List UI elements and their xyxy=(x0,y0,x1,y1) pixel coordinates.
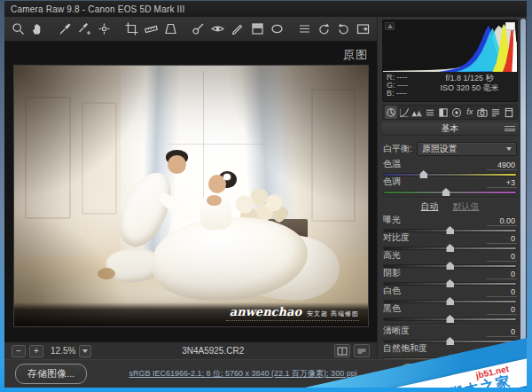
detail-tab-icon xyxy=(411,107,422,118)
rotate-right-button[interactable] xyxy=(335,20,352,38)
highlights-slider[interactable] xyxy=(383,264,517,268)
tab-effects[interactable]: fx xyxy=(464,106,476,119)
split-toning-tab-icon xyxy=(438,107,449,118)
tab-lens-corrections[interactable] xyxy=(450,106,463,119)
tab-tone-curve[interactable] xyxy=(398,106,411,119)
slider-row-contrast: 对比度0 xyxy=(383,234,517,250)
target-icon xyxy=(98,22,111,35)
shadow-clipping-indicator[interactable] xyxy=(385,22,395,30)
slider-label: 高光 xyxy=(383,249,401,262)
whites-slider[interactable] xyxy=(383,300,517,303)
white-balance-tool-button[interactable] xyxy=(57,20,74,38)
targeted-adjustment-tool-button[interactable] xyxy=(96,20,113,38)
panel-tabs: fx xyxy=(382,105,518,120)
slider-value[interactable]: 0 xyxy=(487,270,517,279)
panel-menu-icon[interactable] xyxy=(505,124,515,133)
straighten-tool-button[interactable] xyxy=(143,20,160,38)
transform-tool-button[interactable] xyxy=(162,20,179,38)
zoom-out-button[interactable]: − xyxy=(12,345,26,357)
slider-row-temperature: 色温4900 xyxy=(383,161,517,176)
auto-default-row: 自动 默认值 xyxy=(382,200,518,213)
brush-icon xyxy=(231,22,245,35)
zoom-in-button[interactable]: + xyxy=(29,345,43,357)
white-balance-select[interactable]: 原照设置 xyxy=(417,142,517,156)
exposure-slider[interactable] xyxy=(383,229,517,232)
tab-camera-calibration[interactable] xyxy=(477,106,489,119)
slider-value[interactable]: 0 xyxy=(487,234,517,244)
tab-presets[interactable] xyxy=(489,106,502,119)
menu-lines-icon xyxy=(298,22,311,35)
slider-thumb[interactable] xyxy=(446,262,454,270)
slider-thumb[interactable] xyxy=(446,279,454,287)
hand-tool-button[interactable] xyxy=(29,20,46,38)
rotate-ccw-icon xyxy=(317,22,331,35)
color-sampler-tool-button[interactable] xyxy=(76,20,93,38)
exif-iso-focal: ISO 320 50 毫米 xyxy=(426,83,513,93)
slider-value[interactable]: 4900 xyxy=(487,161,517,170)
slider-value[interactable]: 0 xyxy=(487,287,517,297)
photo-preview[interactable]: anwenchao 安文超 高端修图 xyxy=(13,65,369,327)
graduated-filter-tool-button[interactable] xyxy=(249,20,266,38)
adjustment-brush-tool-button[interactable] xyxy=(229,20,246,38)
exif-exposure: f/1.8 1/125 秒 xyxy=(426,74,513,83)
slider-row-tint: 色调+3 xyxy=(383,178,517,194)
hsl-tab-icon xyxy=(425,107,435,118)
slider-thumb[interactable] xyxy=(446,297,454,305)
blacks-slider[interactable] xyxy=(383,318,517,321)
lens-tab-icon xyxy=(451,107,462,118)
highlight-clipping-indicator[interactable] xyxy=(505,22,515,30)
photo-watermark-subline xyxy=(226,320,359,321)
contrast-slider[interactable] xyxy=(383,247,517,250)
preview-canvas[interactable]: 原图 xyxy=(4,42,377,341)
histogram-chart xyxy=(383,20,517,72)
preferences-button[interactable] xyxy=(296,20,313,38)
slider-value[interactable]: 0 xyxy=(487,305,517,315)
tab-detail[interactable] xyxy=(411,106,424,119)
panel-scrollbar[interactable] xyxy=(520,19,526,357)
shadows-slider[interactable] xyxy=(383,282,517,286)
slider-value[interactable]: 0 xyxy=(487,252,517,262)
filename-label: 3N4A5925.CR2 xyxy=(95,346,331,356)
snapshots-tab-icon xyxy=(504,107,514,118)
save-image-button[interactable]: 存储图像... xyxy=(15,364,87,384)
histogram-panel: R: ---- G: ---- B: ---- f/1.8 1/125 秒 IS… xyxy=(382,20,518,102)
tab-hsl-grayscale[interactable] xyxy=(424,106,436,119)
zoom-level-value[interactable]: 12.5% xyxy=(51,346,75,356)
red-eye-tool-button[interactable] xyxy=(209,20,226,38)
slider-label: 色温 xyxy=(383,158,401,170)
site-watermark: jb51.net 脚本之家 xyxy=(305,322,527,388)
slider-thumb[interactable] xyxy=(446,226,454,234)
b-label: B: xyxy=(387,89,395,98)
zoom-level-dropdown[interactable] xyxy=(79,345,91,357)
default-link[interactable]: 默认值 xyxy=(453,200,480,213)
tint-slider[interactable] xyxy=(383,191,517,194)
slider-value[interactable]: 0.00 xyxy=(487,216,517,226)
crop-tool-button[interactable] xyxy=(123,20,140,38)
white-balance-label: 白平衡: xyxy=(383,143,412,155)
tab-split-toning[interactable] xyxy=(437,106,450,119)
divider xyxy=(382,197,518,198)
auto-link[interactable]: 自动 xyxy=(421,200,439,213)
slider-label: 白色 xyxy=(383,285,401,297)
crop-icon xyxy=(125,22,138,35)
spot-removal-tool-button[interactable] xyxy=(190,20,207,38)
rotate-left-button[interactable] xyxy=(316,20,332,38)
toggle-fullscreen-button[interactable] xyxy=(355,20,372,38)
eyedropper-icon xyxy=(59,22,72,35)
tab-snapshots[interactable] xyxy=(503,106,515,119)
slider-thumb[interactable] xyxy=(442,188,450,196)
temperature-slider[interactable] xyxy=(383,173,517,176)
tab-basic[interactable] xyxy=(385,106,397,119)
magnifier-icon xyxy=(12,22,25,35)
slider-row-blacks: 黑色0 xyxy=(383,305,517,321)
toolbar xyxy=(4,17,377,42)
photo-watermark-script: anwenchao xyxy=(230,305,301,318)
radial-filter-tool-button[interactable] xyxy=(269,20,286,38)
titlebar[interactable]: Camera Raw 9.8 - Canon EOS 5D Mark III xyxy=(4,1,527,17)
window-title: Camera Raw 9.8 - Canon EOS 5D Mark III xyxy=(11,4,185,14)
slider-value[interactable]: +3 xyxy=(487,178,517,188)
presets-tab-icon xyxy=(490,107,501,118)
slider-thumb[interactable] xyxy=(446,244,454,252)
zoom-tool-button[interactable] xyxy=(10,20,27,38)
slider-thumb[interactable] xyxy=(419,170,427,178)
